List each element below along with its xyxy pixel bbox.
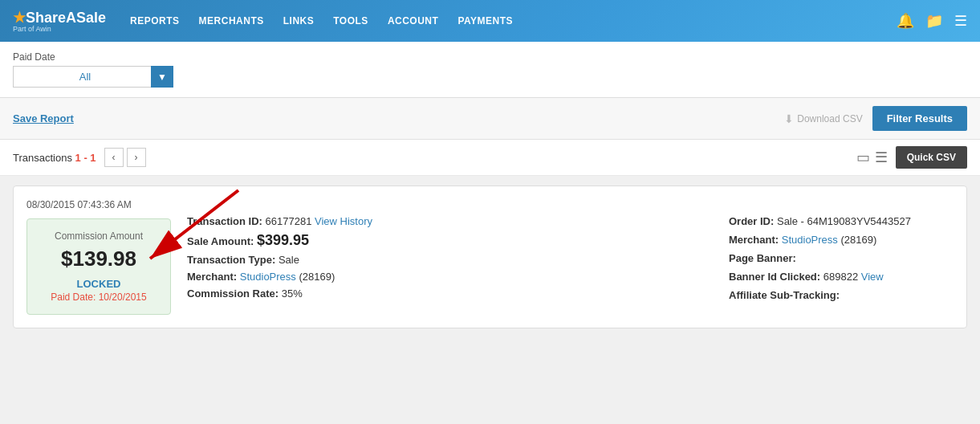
toolbar-right: ⬇ Download CSV Filter Results [784, 106, 967, 131]
paid-date-select[interactable]: All [13, 66, 173, 88]
nav-tools[interactable]: TOOLS [333, 15, 368, 26]
nav-reports[interactable]: REPORTS [130, 15, 180, 26]
download-csv-button: ⬇ Download CSV [784, 112, 862, 125]
paid-date-select-wrap: All ▼ [13, 66, 173, 88]
nav-payments[interactable]: PAYMENTS [457, 15, 513, 26]
header: ★ShareASale Part of Awin REPORTS MERCHAN… [0, 0, 980, 42]
locked-label: LOCKED [40, 278, 157, 290]
merchant-mid-link[interactable]: StudioPress [240, 271, 296, 283]
affiliate-sub-row: Affiliate Sub-Tracking: [729, 289, 954, 301]
paid-date-filter: Paid Date All ▼ [13, 51, 173, 88]
card-mid: Transaction ID: 66177281 View History Sa… [187, 199, 713, 315]
next-page-button[interactable]: › [127, 148, 146, 167]
download-icon: ⬇ [784, 112, 794, 125]
logo-text: ★ShareASale [13, 9, 106, 26]
transaction-card: 08/30/2015 07:43:36 AM Commission Amount… [13, 186, 967, 328]
list-view-icon[interactable]: ☰ [875, 149, 888, 166]
notification-icon[interactable]: 🔔 [897, 12, 914, 30]
prev-page-button[interactable]: ‹ [104, 148, 124, 167]
banner-id-row: Banner Id Clicked: 689822 View [729, 271, 954, 283]
select-arrow-icon: ▼ [151, 66, 173, 88]
transaction-datetime: 08/30/2015 07:43:36 AM [26, 199, 171, 210]
paid-date-value: Paid Date: 10/20/2015 [40, 292, 157, 303]
menu-icon[interactable]: ☰ [954, 12, 967, 30]
card-left: 08/30/2015 07:43:36 AM Commission Amount… [26, 199, 171, 315]
sale-amount-row: Sale Amount: $399.95 [187, 232, 713, 249]
commission-amount: $139.98 [40, 247, 157, 271]
transaction-date: 08/30/2015 [26, 199, 75, 210]
view-history-link[interactable]: View History [315, 215, 372, 227]
folder-icon[interactable]: 📁 [925, 12, 943, 30]
save-report-link[interactable]: Save Report [13, 112, 74, 124]
quick-csv-button[interactable]: Quick CSV [896, 146, 967, 169]
nav-merchants[interactable]: MERCHANTS [199, 15, 264, 26]
pagination-bar: Transactions 1 - 1 ‹ › ▭ ☰ Quick CSV [0, 140, 980, 176]
main-content: 08/30/2015 07:43:36 AM Commission Amount… [0, 176, 980, 338]
filter-row: Paid Date All ▼ [13, 51, 967, 88]
page-banner-row: Page Banner: [729, 252, 954, 264]
order-id-row: Order ID: Sale - 64M19083YV5443527 [729, 215, 954, 227]
merchant-mid-row: Merchant: StudioPress (28169) [187, 271, 713, 283]
filter-bar: Paid Date All ▼ [0, 42, 980, 98]
transaction-type-row: Transaction Type: Sale [187, 254, 713, 266]
view-icons: ▭ ☰ [856, 149, 888, 166]
logo-star: ★ [13, 10, 26, 26]
transactions-count: 1 - 1 [75, 152, 96, 164]
card-right: Order ID: Sale - 64M19083YV5443527 Merch… [729, 199, 954, 315]
merchant-right-link[interactable]: StudioPress [782, 234, 838, 246]
transaction-time: 07:43:36 AM [77, 199, 131, 210]
toolbar: Save Report ⬇ Download CSV Filter Result… [0, 98, 980, 140]
header-icons: 🔔 📁 ☰ [897, 12, 967, 30]
pagination-right: ▭ ☰ Quick CSV [856, 146, 967, 169]
filter-results-button[interactable]: Filter Results [872, 106, 967, 131]
nav-account[interactable]: ACCOUNT [388, 15, 439, 26]
transaction-id-row: Transaction ID: 66177281 View History [187, 215, 713, 227]
transactions-label: Transactions 1 - 1 [13, 152, 96, 164]
merchant-right-row: Merchant: StudioPress (28169) [729, 234, 954, 246]
sale-amount-value: $399.95 [257, 232, 309, 248]
pagination-buttons: ‹ › [104, 148, 146, 167]
commission-rate-row: Commission Rate: 35% [187, 287, 713, 300]
nav-links[interactable]: LINKS [283, 15, 315, 26]
logo-subtitle: Part of Awin [13, 25, 106, 33]
logo: ★ShareASale Part of Awin [13, 9, 106, 33]
commission-box: Commission Amount $139.98 LOCKED Paid Da… [26, 218, 171, 315]
card-view-icon[interactable]: ▭ [856, 149, 870, 166]
main-nav: REPORTS MERCHANTS LINKS TOOLS ACCOUNT PA… [130, 15, 897, 26]
commission-label: Commission Amount [40, 230, 157, 242]
paid-date-label: Paid Date [13, 51, 173, 63]
banner-view-link[interactable]: View [861, 271, 884, 283]
